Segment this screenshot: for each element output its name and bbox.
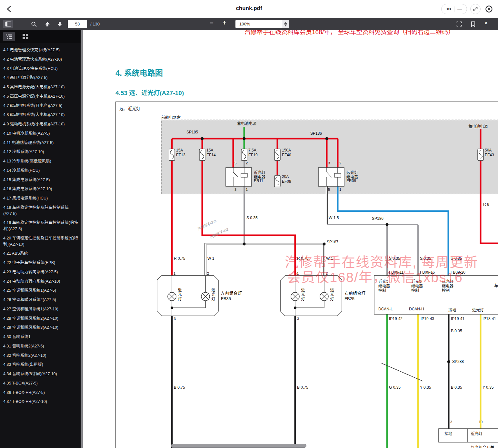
toc-item[interactable]: 4.30 音响系统1 — [3, 334, 78, 340]
thumbnails-icon — [23, 34, 28, 39]
toc-item[interactable]: 4.25 空调和暖风系统1(A27-5) — [3, 287, 78, 294]
toc-item[interactable]: 4.10 电机冷却系统(A27-5) — [3, 131, 78, 137]
fuse-ef13 — [169, 149, 175, 161]
label-wire: Y 0.35 — [483, 385, 493, 390]
window-menu-pill: ••• — — [441, 4, 467, 14]
toc-item[interactable]: 4.26 空调和暖风系统2(A27-5) — [3, 297, 78, 303]
toggle-sidebar-button[interactable] — [3, 20, 13, 28]
toc-item[interactable]: 4.23 电动助力转向系统(A27-5) — [3, 269, 78, 275]
next-page-button[interactable] — [55, 20, 65, 28]
bookmark-icon — [471, 21, 476, 27]
label-wire: B 0.35 — [451, 329, 462, 333]
more-menu-button[interactable]: ••• — [443, 4, 454, 14]
toc-item[interactable]: 4.33 音响系统(出租版) — [3, 362, 78, 368]
label-pin: 5 — [328, 188, 330, 191]
toc-item[interactable]: 4.24 电动助力转向系统(A27-10) — [3, 278, 78, 285]
label-high-beam: 远光灯 — [210, 288, 216, 301]
zoom-out-button[interactable]: − — [210, 19, 214, 27]
relay-er08 — [318, 168, 344, 186]
toc-item[interactable]: 4.35 T-BOX(A27-5) — [3, 380, 78, 386]
label-wire: W 1.5 — [329, 216, 339, 220]
record-button[interactable] — [484, 4, 494, 14]
toc-item[interactable]: 4.32 音响系统2(A27-10) — [3, 353, 78, 359]
toc-item[interactable]: 4.29 空调和暖风系统3(A27-10) — [3, 325, 78, 331]
toc-item[interactable]: 4.21 ABS系统 — [3, 250, 78, 257]
page-number-input[interactable] — [68, 20, 87, 28]
label-sp187: SP187 — [327, 240, 338, 244]
lamp-fb35 — [157, 276, 218, 316]
toc-item[interactable]: 4.18 车辆稳定性控制及驻车控制系统(A27-5) — [3, 205, 78, 217]
toc-item[interactable]: 4.4 高压电源分配(A27-5) — [3, 75, 78, 81]
toc-item[interactable]: 4.16 集成电源系统(A27-10) — [3, 186, 78, 192]
label-wire: R 8 — [483, 202, 489, 207]
label-pin: 2 — [339, 161, 341, 165]
toc-item[interactable]: 4.7 驱动电机系统(日电产)(A27-5) — [3, 103, 78, 109]
toc-item[interactable]: 4.9 驱动电机系统(小电机)(A27-10) — [3, 121, 78, 127]
label-pin: 1 — [246, 188, 248, 191]
label-wire: B 0.35 — [451, 385, 462, 390]
restore-window-button[interactable] — [470, 4, 481, 14]
wiring-diagram — [83, 30, 498, 448]
expand-icon — [473, 6, 478, 12]
titlebar: chunk.pdf ••• — — [0, 0, 498, 18]
toc-item[interactable]: 4.12 冷却系统(A27-10) — [3, 149, 78, 155]
toc-item[interactable]: 4.27 空调和暖风系统1(A27-10) — [3, 306, 78, 312]
presentation-mode-button[interactable] — [454, 20, 464, 28]
toc-item[interactable]: 4.19 车辆稳定性控制及驻车控制系统(伯特利)(A27-5) — [3, 220, 78, 232]
label-high-beam: 远光灯 — [329, 288, 334, 301]
label-wire: R 0.75 — [174, 256, 185, 261]
toc-item[interactable]: 4.3 电池管理及快充系统(HCU) — [3, 66, 78, 72]
toc-item[interactable]: 4.1 电池管理及快充系统(A27-5) — [3, 47, 78, 53]
label-connector: IP19-43 — [421, 317, 434, 321]
toc-item[interactable]: 4.13 冷却系统(高低速风扇) — [3, 158, 78, 164]
toc-item[interactable]: 4.14 冷却系统(HCU) — [3, 168, 78, 174]
toc-item[interactable]: 4.22 电子驻车控制系统(EPB) — [3, 260, 78, 266]
label-wire: S 0.35 — [246, 216, 258, 220]
toc-item[interactable]: 4.11 电池热管理系统(A27-5) — [3, 140, 78, 146]
label-pin: 3 — [297, 317, 299, 321]
label-front-box: 前舱电器盒 — [161, 114, 181, 120]
label-bcm: 控制 — [411, 287, 419, 293]
toc-item[interactable]: 4.31 音响系统2(A27-5) — [3, 343, 78, 349]
zoom-in-button[interactable]: + — [223, 19, 226, 27]
label-sp136: SP136 — [310, 131, 322, 136]
toc-item[interactable]: 4.36 T-BOX-HR(A27-5) — [3, 390, 78, 396]
bookmark-button[interactable] — [468, 20, 478, 28]
label-fuse-code: EF13 — [176, 153, 185, 157]
pdf-viewer-window: chunk.pdf ••• — / — [0, 0, 498, 448]
tab-thumbnails[interactable] — [19, 32, 31, 41]
label-connector: IP19-42 — [389, 317, 403, 321]
toc-item[interactable]: 4.17 集成电源系统(HCU) — [3, 195, 78, 201]
fuse-ef19 — [241, 149, 247, 161]
toc-item[interactable]: 4.28 空调和暖风系统2(A27-10) — [3, 316, 78, 322]
minimize-button[interactable]: — — [454, 4, 465, 14]
zoom-select[interactable]: 100% — [235, 20, 289, 28]
find-button[interactable] — [29, 20, 39, 28]
toc-item[interactable]: 4.15 集成电源系统(A27-5) — [3, 177, 78, 183]
toc-item[interactable]: 4.34 音响系统(8寸屏)(A27-10) — [3, 371, 78, 377]
label-lamp-code: FB35 — [221, 296, 231, 301]
toc-item[interactable]: 4.2 电池管理及快充系统(A27-10) — [3, 56, 78, 63]
toc-item[interactable]: 4.5 高压电源分配(大电机)(A27-10) — [3, 84, 78, 90]
label-fuse-code: EF08 — [282, 179, 291, 184]
tab-outline[interactable] — [3, 32, 15, 41]
horizontal-scrollbar-thumb[interactable] — [171, 444, 306, 448]
more-tools-button[interactable]: » — [484, 20, 487, 26]
label-lamp-name: 右前组合灯 — [344, 290, 365, 296]
toc-item[interactable]: 4.37 T-BOX-HR(A27-10) — [3, 399, 78, 405]
zoom-stepper[interactable] — [282, 20, 289, 28]
label-wire: G 0.35 — [389, 385, 401, 390]
fuse-ef43 — [478, 149, 483, 161]
fuse-ef40 — [274, 149, 280, 161]
label-sp186: SP186 — [372, 216, 383, 221]
toc-item[interactable]: 4.8 驱动电机系统(大电机)(A27-10) — [3, 112, 78, 118]
window-controls: ••• — — [441, 4, 494, 14]
toc-item[interactable]: 4.6 高压电源分配(小电机)(A27-10) — [3, 93, 78, 100]
previous-page-button[interactable] — [43, 20, 52, 28]
label-lamp-name: 左前组合灯 — [221, 290, 242, 296]
toc-list: 4.1 电池管理及快充系统(A27-5) 4.2 电池管理及快充系统(A27-1… — [0, 43, 81, 411]
label-wire: B 0.75 — [174, 385, 185, 390]
search-icon — [31, 21, 37, 27]
sidebar-tabs — [0, 30, 81, 43]
toc-item[interactable]: 4.20 车辆稳定性控制及驻车控制系统(伯特利)(A27-10) — [3, 235, 78, 248]
